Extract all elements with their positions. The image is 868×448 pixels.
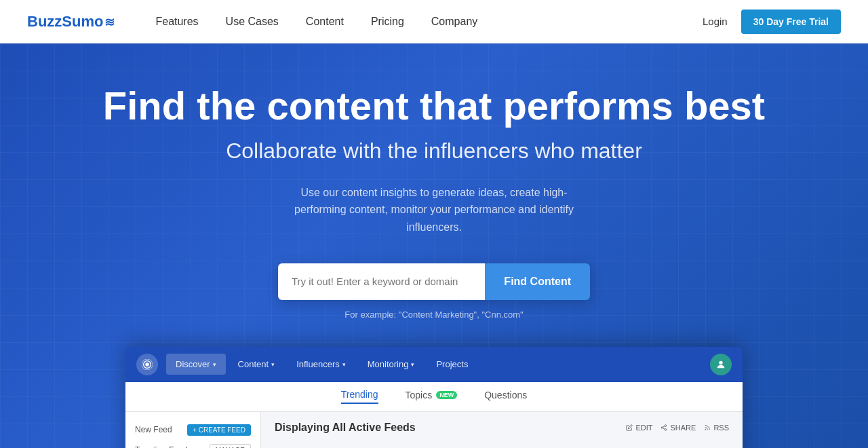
svg-point-9 xyxy=(705,429,706,430)
chevron-down-icon: ▾ xyxy=(271,361,275,368)
app-sidebar: New Feed + CREATE FEED Trending Feeds MA… xyxy=(125,412,261,448)
app-nav-influencers[interactable]: Influencers ▾ xyxy=(287,354,355,375)
svg-point-5 xyxy=(662,426,664,428)
trial-button[interactable]: 30 Day Free Trial xyxy=(741,10,841,34)
rss-label: RSS xyxy=(713,424,729,432)
brand-logo[interactable]: BuzzSumo ≋ xyxy=(27,13,115,31)
feed-actions: EDIT SHARE RSS xyxy=(626,424,729,432)
app-nav-content[interactable]: Content ▾ xyxy=(229,354,285,375)
tab-questions[interactable]: Questions xyxy=(484,390,527,403)
new-feed-label: New Feed xyxy=(135,425,172,434)
app-logo-icon xyxy=(136,354,158,375)
search-bar: Find Content xyxy=(278,263,590,300)
tab-topics[interactable]: Topics NEW xyxy=(406,390,458,403)
navbar: BuzzSumo ≋ Features Use Cases Content Pr… xyxy=(0,0,868,43)
app-content: New Feed + CREATE FEED Trending Feeds MA… xyxy=(125,412,743,448)
app-tabs: Trending Topics NEW Questions xyxy=(125,382,743,412)
tab-trending[interactable]: Trending xyxy=(341,389,378,404)
chevron-down-icon: ▾ xyxy=(342,361,346,368)
nav-item-pricing[interactable]: Pricing xyxy=(371,16,404,28)
login-button[interactable]: Login xyxy=(703,16,728,27)
sidebar-trending-feeds-row: Trending Feeds MANAGE xyxy=(125,440,260,448)
main-nav: Features Use Cases Content Pricing Compa… xyxy=(155,16,703,28)
logo-buzz: BuzzSumo xyxy=(27,13,103,30)
app-navbar: Discover ▾ Content ▾ Influencers ▾ Monit… xyxy=(125,347,743,382)
rss-button[interactable]: RSS xyxy=(704,424,729,432)
search-input[interactable] xyxy=(278,263,485,300)
edit-button[interactable]: EDIT xyxy=(626,424,652,432)
search-hint: For example: "Content Marketing", "Cnn.c… xyxy=(27,310,841,320)
svg-point-4 xyxy=(665,424,667,426)
edit-label: EDIT xyxy=(635,424,652,432)
svg-line-7 xyxy=(663,428,665,429)
manage-button[interactable]: MANAGE xyxy=(210,444,251,448)
sidebar-new-feed-row: New Feed + CREATE FEED xyxy=(125,420,260,440)
app-main-header: Displaying All Active Feeds EDIT SHARE xyxy=(275,422,729,434)
feeds-title: Displaying All Active Feeds xyxy=(275,422,416,434)
create-feed-button[interactable]: + CREATE FEED xyxy=(187,424,251,436)
share-label: SHARE xyxy=(670,424,696,432)
nav-item-use-cases[interactable]: Use Cases xyxy=(226,16,279,28)
hero-subtitle: Collaborate with the influencers who mat… xyxy=(27,138,841,164)
trending-feeds-label: Trending Feeds xyxy=(135,445,192,448)
svg-point-0 xyxy=(145,362,149,366)
new-badge: NEW xyxy=(436,391,457,399)
logo-text: BuzzSumo ≋ xyxy=(27,13,115,31)
svg-point-6 xyxy=(665,428,667,430)
nav-item-features[interactable]: Features xyxy=(155,16,198,28)
nav-item-content[interactable]: Content xyxy=(306,16,344,28)
hero-title: Find the content that performs best xyxy=(27,84,841,128)
chevron-down-icon: ▾ xyxy=(213,361,216,368)
chevron-down-icon: ▾ xyxy=(411,361,414,368)
find-content-button[interactable]: Find Content xyxy=(485,263,590,300)
svg-point-3 xyxy=(719,360,722,364)
app-nav-monitoring[interactable]: Monitoring ▾ xyxy=(358,354,425,375)
app-main: Displaying All Active Feeds EDIT SHARE xyxy=(261,412,743,448)
svg-line-8 xyxy=(663,426,665,427)
logo-wave: ≋ xyxy=(104,15,115,30)
app-preview: Discover ▾ Content ▾ Influencers ▾ Monit… xyxy=(125,347,743,448)
navbar-actions: Login 30 Day Free Trial xyxy=(703,10,841,34)
app-nav-discover[interactable]: Discover ▾ xyxy=(166,354,226,375)
app-avatar[interactable] xyxy=(710,354,732,375)
hero-section: Find the content that performs best Coll… xyxy=(0,43,868,448)
app-nav-projects[interactable]: Projects xyxy=(427,354,477,375)
nav-item-company[interactable]: Company xyxy=(431,16,477,28)
share-button[interactable]: SHARE xyxy=(660,424,696,432)
hero-description: Use our content insights to generate ide… xyxy=(292,184,576,236)
